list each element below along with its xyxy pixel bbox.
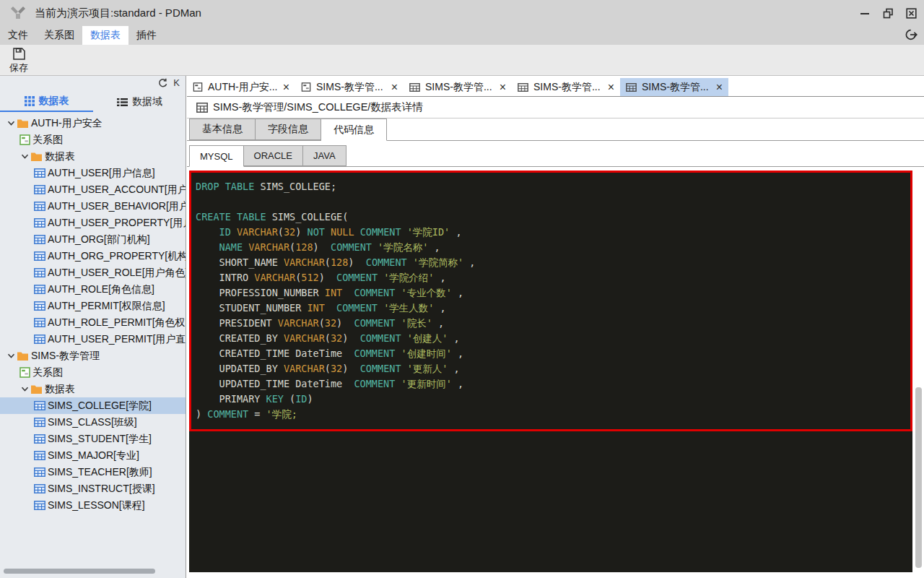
tree-item[interactable]: AUTH_USER_PERMIT[用户直接权限]: [0, 331, 186, 348]
table-icon: [34, 401, 45, 410]
tree-item-label: SIMS_STUDENT[学生]: [48, 433, 152, 446]
menu-item-data-table[interactable]: 数据表: [82, 26, 128, 45]
tree-item[interactable]: AUTH_USER_BEHAVIOR[用户行为]: [0, 198, 186, 215]
tree-item[interactable]: 关系图: [0, 364, 186, 381]
codetab-oracle[interactable]: ORACLE: [244, 145, 303, 166]
tree-item-label: AUTH_ORG_PROPERTY[机构属性]: [48, 250, 186, 263]
tab-fields[interactable]: 字段信息: [256, 118, 321, 140]
breadcrumb-row: SIMS-教学管理/SIMS_COLLEGE/数据表详情: [187, 97, 924, 118]
tree-item[interactable]: AUTH_USER_ROLE[用户角色]: [0, 264, 186, 281]
code-line: STUDENT_NUMBER INT COMMENT '学生人数' ,: [196, 301, 906, 316]
detail-tabs: 基本信息字段信息代码信息: [187, 118, 924, 141]
close-icon[interactable]: ×: [608, 82, 614, 93]
close-icon[interactable]: ×: [716, 82, 723, 93]
close-button[interactable]: [905, 7, 917, 19]
tree-item[interactable]: AUTH_PERMIT[权限信息]: [0, 298, 186, 314]
close-icon[interactable]: ×: [391, 82, 398, 93]
editor-tab[interactable]: SIMS-教学管...×: [512, 78, 620, 96]
sidebar-tab-label: 数据域: [132, 95, 162, 108]
tree-item[interactable]: SIMS_CLASS[班级]: [0, 414, 186, 431]
close-icon[interactable]: ×: [500, 82, 506, 93]
tree-item[interactable]: AUTH-用户安全: [0, 115, 186, 131]
tree-item-label: SIMS_TEACHER[教师]: [48, 466, 152, 479]
chevron-down-icon[interactable]: [6, 119, 17, 127]
sidebar-tab-datatable[interactable]: 数据表: [0, 92, 93, 112]
tree-item[interactable]: AUTH_USER_ACCOUNT[用户账户]: [0, 181, 186, 198]
tree-item-label: AUTH_ORG[部门机构]: [48, 233, 150, 246]
tree-item[interactable]: SIMS_TEACHER[教师]: [0, 464, 186, 480]
sidebar-tab-datadomain[interactable]: 数据域: [93, 92, 186, 112]
code-line: ID VARCHAR(32) NOT NULL COMMENT '学院ID' ,: [196, 225, 906, 240]
tree-item-label: AUTH_USER_ROLE[用户角色]: [48, 267, 186, 280]
vertical-scrollbar[interactable]: [915, 387, 922, 568]
shortcut-hint: K: [173, 77, 180, 88]
code-line: [196, 194, 906, 210]
chevron-down-icon[interactable]: [19, 385, 30, 393]
tree-item[interactable]: SIMS_MAJOR[专业]: [0, 447, 186, 464]
title-bar: 当前为演示项目:standard - PDMan: [0, 0, 924, 26]
tree-item-label: AUTH_USER_BEHAVIOR[用户行为]: [48, 200, 186, 213]
tree-item[interactable]: AUTH_USER[用户信息]: [0, 165, 186, 181]
editor-tabstrip: AUTH-用户安...×SIMS-教学管...×SIMS-教学管...×SIMS…: [187, 78, 924, 97]
codetab-java[interactable]: JAVA: [303, 145, 346, 166]
sidebar-horizontal-scrollbar[interactable]: [4, 569, 155, 574]
tree-item-label: SIMS_LESSON[课程]: [48, 499, 145, 512]
code-line: UPDATED_TIME DateTime COMMENT '更新时间' ,: [196, 376, 906, 392]
tree-item[interactable]: AUTH_USER_PROPERTY[用户属性]: [0, 215, 186, 231]
editor-tab[interactable]: SIMS-教学管...×: [404, 78, 512, 96]
code-line: NAME VARCHAR(128) COMMENT '学院名称' ,: [196, 240, 906, 255]
tree-item[interactable]: AUTH_ORG_PROPERTY[机构属性]: [0, 248, 186, 264]
tree-item[interactable]: SIMS-教学管理: [0, 348, 186, 364]
table-icon: [34, 501, 45, 510]
tree-item-label: AUTH_ROLE[角色信息]: [48, 283, 154, 296]
save-button[interactable]: 保存: [6, 47, 32, 74]
tree-item-label: AUTH_USER_PROPERTY[用户属性]: [48, 217, 186, 230]
table-icon: [34, 202, 45, 211]
menu-item-file[interactable]: 文件: [0, 26, 36, 45]
table-icon: [34, 418, 45, 427]
tree-item-label: SIMS_COLLEGE[学院]: [48, 400, 152, 413]
close-icon[interactable]: ×: [283, 82, 289, 93]
codetab-mysql[interactable]: MYSQL: [189, 145, 244, 167]
menu-item-relation-diagram[interactable]: 关系图: [36, 26, 82, 45]
code-line: CREATED_TIME DateTime COMMENT '创建时间' ,: [196, 346, 906, 361]
restore-button[interactable]: [882, 7, 894, 19]
tree-item[interactable]: SIMS_LESSON[课程]: [0, 497, 186, 514]
diagram-icon: [193, 82, 203, 92]
table-icon: [34, 301, 45, 311]
folder-icon: [17, 351, 29, 361]
tree-item-label: SIMS_MAJOR[专业]: [48, 449, 139, 462]
tree-item[interactable]: 数据表: [0, 148, 186, 165]
tree-item[interactable]: SIMS_INSTRUCT[授课]: [0, 480, 186, 497]
tree-item[interactable]: AUTH_ROLE_PERMIT[角色权限]: [0, 314, 186, 331]
table-icon: [34, 235, 45, 244]
chevron-down-icon[interactable]: [19, 152, 30, 160]
tree-item-label: AUTH_ROLE_PERMIT[角色权限]: [48, 316, 186, 329]
menu-item-plugin[interactable]: 插件: [128, 26, 165, 45]
table-icon: [34, 251, 45, 261]
tree-item-label: 数据表: [45, 383, 75, 396]
tree-item[interactable]: SIMS_STUDENT[学生]: [0, 431, 186, 447]
tab-code[interactable]: 代码信息: [321, 118, 387, 141]
editor-tab[interactable]: AUTH-用户安...×: [187, 78, 295, 96]
editor-tab[interactable]: SIMS-教学管...×: [620, 78, 728, 96]
tree-item[interactable]: AUTH_ORG[部门机构]: [0, 231, 186, 248]
tree-item[interactable]: SIMS_COLLEGE[学院]: [0, 397, 186, 414]
tree-item[interactable]: 数据表: [0, 381, 186, 397]
editor-tab[interactable]: SIMS-教学管...×: [295, 78, 404, 96]
tree-item-label: SIMS_CLASS[班级]: [48, 416, 137, 429]
code-editor[interactable]: DROP TABLE SIMS_COLLEGE; CREATE TABLE SI…: [189, 171, 912, 572]
code-line: INTRO VARCHAR(512) COMMENT '学院介绍' ,: [196, 270, 906, 285]
chevron-down-icon[interactable]: [6, 352, 17, 360]
tab-basic[interactable]: 基本信息: [189, 118, 256, 140]
table-icon: [34, 451, 45, 460]
refresh-icon[interactable]: [158, 78, 168, 88]
table-icon: [34, 484, 45, 493]
reload-project-icon[interactable]: [904, 27, 918, 42]
editor-tab-label: SIMS-教学管...: [533, 81, 603, 94]
minimize-button[interactable]: [859, 7, 871, 19]
breadcrumb: SIMS-教学管理/SIMS_COLLEGE/数据表详情: [213, 100, 423, 114]
tree-item[interactable]: 关系图: [0, 131, 186, 148]
save-button-label: 保存: [6, 61, 32, 74]
tree-item[interactable]: AUTH_ROLE[角色信息]: [0, 281, 186, 298]
